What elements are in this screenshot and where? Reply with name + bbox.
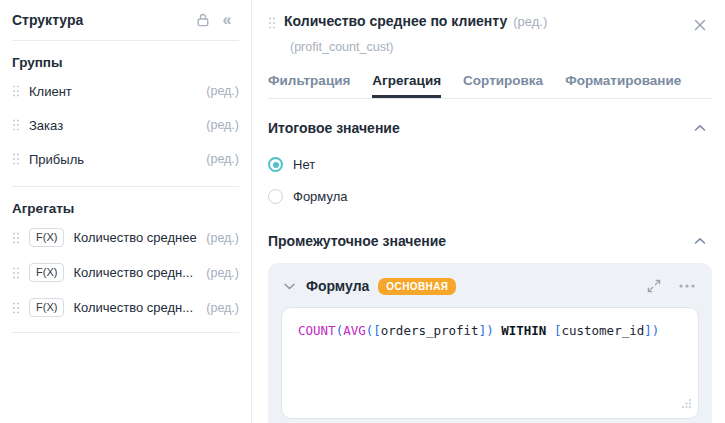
app: Структура « Группы Клиент (ред.) Заказ (…: [0, 0, 725, 423]
tab-filtration[interactable]: Фильтрация: [268, 62, 350, 98]
divider: [12, 40, 239, 41]
code-token: AVG: [343, 323, 366, 338]
more-menu-icon[interactable]: [675, 274, 699, 298]
group-row-order[interactable]: Заказ (ред.): [12, 108, 239, 142]
code-token: orders_profit: [381, 323, 479, 338]
radio-label: Нет: [293, 157, 315, 172]
radio-unselected-icon[interactable]: [268, 189, 283, 204]
drag-handle-icon[interactable]: [12, 152, 20, 166]
chevron-up-icon[interactable]: [688, 229, 712, 253]
formula-card-title: Формула: [306, 278, 369, 294]
expand-icon[interactable]: [642, 274, 666, 298]
edit-link[interactable]: (ред.): [206, 152, 239, 166]
formula-card-header: Формула ОСНОВНАЯ: [281, 273, 699, 299]
edit-link[interactable]: (ред.): [206, 118, 239, 132]
groups-header: Группы: [12, 55, 239, 70]
close-icon[interactable]: [688, 13, 712, 37]
tab-bar: Фильтрация Агрегация Сортировка Форматир…: [268, 62, 712, 99]
radio-label: Формула: [293, 189, 347, 204]
group-row-profit[interactable]: Прибыль (ред.): [12, 142, 239, 176]
drag-handle-icon[interactable]: [12, 266, 20, 280]
sidebar-header: Структура «: [12, 0, 239, 40]
code-token: ): [486, 323, 494, 338]
code-token: ]: [644, 323, 652, 338]
panel-title: Количество среднее по клиенту: [284, 13, 507, 29]
aggregate-label: Количество средн...: [73, 300, 193, 315]
aggregate-row-2[interactable]: F(X) Количество средн... (ред.): [12, 255, 239, 290]
group-row-client[interactable]: Клиент (ред.): [12, 74, 239, 108]
edit-link[interactable]: (ред.): [206, 266, 239, 280]
tab-aggregation[interactable]: Агрегация: [372, 62, 441, 98]
collapse-sidebar-icon[interactable]: «: [215, 8, 239, 32]
group-label: Заказ: [29, 118, 63, 133]
divider: [12, 186, 239, 187]
code-token: ): [652, 323, 660, 338]
code-token: WITHIN: [494, 323, 554, 338]
radio-option-none[interactable]: Нет: [268, 157, 712, 172]
aggregate-label: Количество средн...: [73, 265, 193, 280]
panel-header: Количество среднее по клиенту (ред.): [268, 0, 712, 37]
formula-card: Формула ОСНОВНАЯ COUNT(AVG([orders_profi…: [268, 263, 712, 423]
formula-badge: F(X): [29, 298, 64, 317]
tab-formatting[interactable]: Форматирование: [565, 62, 681, 98]
formula-editor[interactable]: COUNT(AVG([orders_profit]) WITHIN [custo…: [281, 307, 699, 419]
edit-link[interactable]: (ред.): [206, 231, 239, 245]
formula-badge: F(X): [29, 228, 64, 247]
resize-grip-icon[interactable]: [681, 397, 692, 412]
field-editor-panel: Количество среднее по клиенту (ред.) (pr…: [252, 0, 725, 423]
formula-badge: F(X): [29, 263, 64, 282]
total-value-title: Итоговое значение: [268, 120, 400, 136]
intermediate-value-title: Промежуточное значение: [268, 233, 446, 249]
radio-selected-icon[interactable]: [268, 157, 283, 172]
chevron-down-icon[interactable]: [281, 274, 297, 298]
total-value-section-header: Итоговое значение: [268, 116, 712, 140]
edit-link[interactable]: (ред.): [206, 84, 239, 98]
tab-sorting[interactable]: Сортировка: [463, 62, 543, 98]
drag-handle-icon[interactable]: [12, 84, 20, 98]
aggregate-row-1[interactable]: F(X) Количество среднее (ред.): [12, 220, 239, 255]
edit-link[interactable]: (ред.): [206, 301, 239, 315]
aggregates-header: Агрегаты: [12, 201, 239, 216]
sidebar-title: Структура: [12, 12, 191, 28]
drag-handle-icon[interactable]: [12, 301, 20, 315]
aggregate-row-3[interactable]: F(X) Количество средн... (ред.): [12, 290, 239, 325]
field-id-subtitle: (profit_count_cust): [290, 40, 712, 54]
group-label: Прибыль: [29, 152, 84, 167]
code-token: COUNT: [298, 323, 336, 338]
drag-handle-icon[interactable]: [268, 16, 276, 30]
code-token: [: [373, 323, 381, 338]
drag-handle-icon[interactable]: [12, 231, 20, 245]
group-label: Клиент: [29, 84, 72, 99]
formula-code[interactable]: COUNT(AVG([orders_profit]) WITHIN [custo…: [298, 323, 682, 338]
lock-icon[interactable]: [191, 8, 215, 32]
structure-sidebar: Структура « Группы Клиент (ред.) Заказ (…: [0, 0, 252, 423]
intermediate-value-section-header: Промежуточное значение: [268, 229, 712, 253]
panel-title-edit[interactable]: (ред.): [513, 14, 547, 29]
primary-badge: ОСНОВНАЯ: [378, 278, 456, 295]
code-token: customer_id: [561, 323, 644, 338]
divider: [12, 332, 239, 333]
chevron-up-icon[interactable]: [688, 116, 712, 140]
aggregate-label: Количество среднее: [73, 230, 196, 245]
drag-handle-icon[interactable]: [12, 118, 20, 132]
radio-option-formula[interactable]: Формула: [268, 189, 712, 204]
